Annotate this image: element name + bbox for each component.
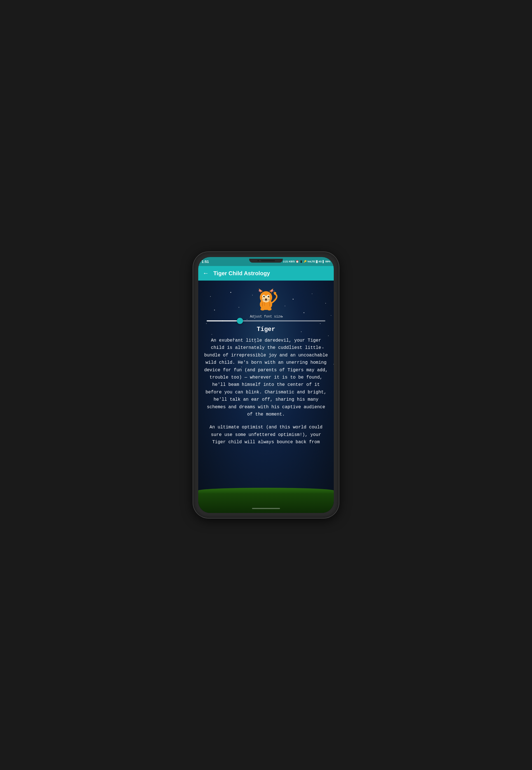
zodiac-paragraph-2: An ultimate optimist (and this world cou…	[198, 424, 334, 446]
svg-point-53	[267, 308, 272, 311]
key-icon: 🔑	[304, 260, 307, 263]
font-size-slider-container[interactable]	[198, 320, 334, 321]
wifi-icon: 4G	[319, 260, 322, 263]
app-bar: ← Tiger Child Astrology	[198, 266, 334, 281]
font-size-label: Adjust font size	[198, 315, 334, 319]
ground-top-bg	[198, 488, 334, 493]
speaker-bar	[261, 260, 275, 261]
app-bar-title: Tiger Child Astrology	[213, 270, 270, 277]
svg-point-43	[263, 296, 265, 297]
signal-icon: ▓	[316, 260, 318, 263]
status-icons: 2.21 KB/S ⏰ 📱 🔑 VoLTE ▓ 4G ▌ 89%	[283, 260, 330, 263]
zodiac-paragraph-1: An exuberant little daredevil, your Tige…	[198, 337, 334, 418]
network-volte: VoLTE	[307, 260, 315, 263]
slider-track[interactable]	[207, 320, 325, 321]
svg-point-44	[268, 296, 269, 297]
battery-icon: ▌	[323, 260, 325, 263]
data-speed: 2.21 KB/S	[283, 260, 295, 263]
ground-bg	[198, 491, 334, 513]
status-time: 1:51	[202, 260, 209, 264]
tiger-mascot-container	[198, 281, 334, 311]
phone-icon: 📱	[300, 260, 303, 263]
alarm-icon: ⏰	[296, 260, 299, 263]
slider-thumb[interactable]	[237, 318, 243, 324]
svg-point-45	[264, 296, 265, 297]
phone-device: 1:51 2.21 KB/S ⏰ 📱 🔑 VoLTE ▓ 4G ▌ 89% ← …	[193, 252, 339, 518]
svg-point-47	[265, 298, 267, 300]
battery-percent: 89%	[325, 260, 330, 263]
camera-dot	[257, 260, 259, 262]
zodiac-title: Tiger	[198, 326, 334, 333]
phone-screen: 1:51 2.21 KB/S ⏰ 📱 🔑 VoLTE ▓ 4G ▌ 89% ← …	[198, 257, 334, 513]
svg-point-52	[260, 308, 265, 311]
back-button[interactable]: ←	[203, 270, 209, 277]
scroll-content: Adjust font size Tiger An exuberant litt…	[198, 281, 334, 457]
svg-point-46	[269, 296, 269, 297]
home-bar	[252, 508, 280, 509]
tiger-mascot-icon	[252, 286, 280, 311]
content-area: Adjust font size Tiger An exuberant litt…	[198, 281, 334, 513]
phone-notch	[249, 259, 283, 263]
